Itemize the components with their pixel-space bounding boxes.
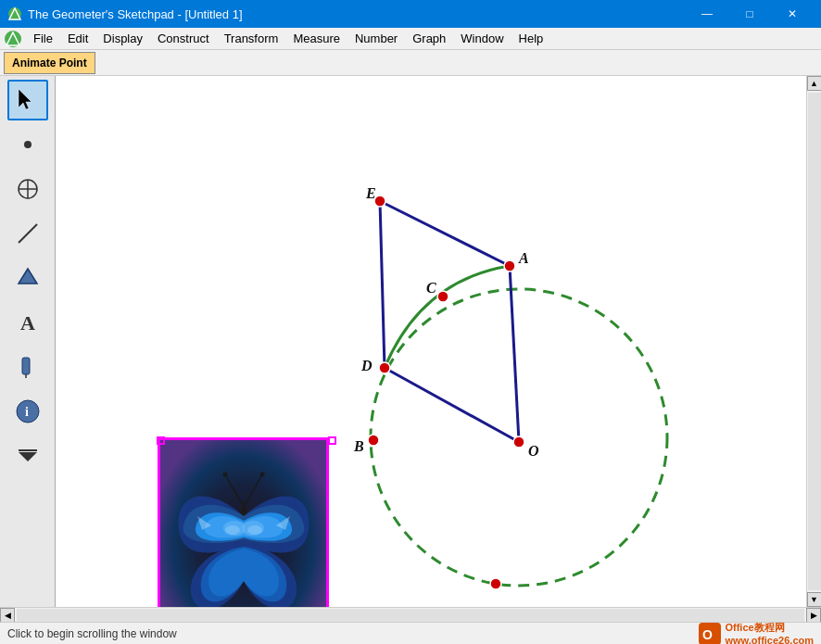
info-tool[interactable]: i bbox=[7, 391, 48, 432]
maximize-button[interactable]: □ bbox=[728, 0, 771, 28]
office-name: Office教程网 bbox=[725, 622, 784, 633]
status-message: Click to begin scrolling the window bbox=[7, 627, 177, 640]
menu-measure[interactable]: Measure bbox=[285, 29, 347, 49]
label-a: A bbox=[518, 250, 529, 266]
menu-graph[interactable]: Graph bbox=[405, 29, 453, 49]
main-area: A i bbox=[0, 76, 821, 607]
office-url: www.office26.com bbox=[725, 635, 814, 644]
point-e[interactable] bbox=[374, 196, 385, 207]
line-ao bbox=[510, 266, 519, 442]
marker-tool[interactable] bbox=[7, 347, 48, 387]
horizontal-scroll-track[interactable] bbox=[17, 609, 804, 622]
scroll-thumb[interactable] bbox=[808, 93, 821, 590]
svg-marker-4 bbox=[19, 89, 32, 109]
menu-file[interactable]: File bbox=[26, 29, 60, 49]
sketch-canvas[interactable]: E A C D B O bbox=[56, 76, 806, 607]
point-a[interactable] bbox=[504, 260, 515, 271]
point-b[interactable] bbox=[368, 435, 379, 446]
svg-point-5 bbox=[24, 141, 32, 148]
select-tool[interactable] bbox=[7, 80, 48, 120]
line-tool[interactable] bbox=[7, 213, 48, 254]
label-e: E bbox=[365, 185, 376, 201]
menu-display[interactable]: Display bbox=[95, 29, 150, 49]
scroll-down-button[interactable]: ▼ bbox=[807, 592, 822, 607]
right-scrollbar: ▲ ▼ bbox=[806, 76, 821, 607]
line-do bbox=[385, 368, 519, 442]
menu-number[interactable]: Number bbox=[347, 29, 405, 49]
svg-text:A: A bbox=[20, 311, 35, 335]
label-c: C bbox=[426, 280, 436, 296]
close-button[interactable]: ✕ bbox=[771, 0, 814, 28]
svg-text:i: i bbox=[25, 405, 29, 419]
menu-logo bbox=[4, 30, 22, 48]
point-c[interactable] bbox=[437, 291, 448, 302]
menu-window[interactable]: Window bbox=[453, 29, 511, 49]
menu-construct[interactable]: Construct bbox=[150, 29, 217, 49]
text-tool[interactable]: A bbox=[7, 302, 48, 343]
animate-point-button[interactable]: Animate Point bbox=[4, 52, 95, 74]
title-text: The Geometer's Sketchpad - [Untitled 1] bbox=[28, 7, 243, 21]
menu-bar: File Edit Display Construct Transform Me… bbox=[0, 28, 821, 50]
handle-tl[interactable] bbox=[158, 437, 164, 444]
window-controls: — □ ✕ bbox=[686, 0, 814, 28]
line-ea bbox=[380, 201, 510, 266]
label-o: O bbox=[528, 443, 539, 459]
scroll-left-button[interactable]: ◀ bbox=[0, 608, 15, 623]
line-ed bbox=[380, 201, 385, 368]
svg-text:O: O bbox=[702, 627, 713, 642]
canvas-area[interactable]: E A C D B O bbox=[56, 76, 806, 607]
menu-help[interactable]: Help bbox=[512, 29, 551, 49]
svg-rect-12 bbox=[22, 358, 30, 374]
polygon-tool[interactable] bbox=[7, 258, 48, 298]
point-tool[interactable] bbox=[7, 124, 48, 165]
arc-dca bbox=[385, 266, 510, 368]
point-d[interactable] bbox=[379, 362, 390, 373]
title-left: The Geometer's Sketchpad - [Untitled 1] bbox=[7, 6, 243, 21]
app-icon bbox=[7, 6, 22, 21]
label-d: D bbox=[360, 358, 373, 373]
status-bar: Click to begin scrolling the window O Of… bbox=[0, 622, 821, 644]
toolbox: A i bbox=[0, 76, 56, 607]
point-o[interactable] bbox=[513, 436, 524, 448]
point-bottom[interactable] bbox=[490, 578, 501, 589]
svg-marker-10 bbox=[19, 269, 37, 284]
office-icon: O bbox=[699, 623, 721, 645]
scroll-up-button[interactable]: ▲ bbox=[807, 76, 822, 91]
minimize-button[interactable]: — bbox=[686, 0, 728, 28]
menu-edit[interactable]: Edit bbox=[60, 29, 95, 49]
menu-transform[interactable]: Transform bbox=[217, 29, 286, 49]
app-area: Animate Point bbox=[0, 50, 821, 644]
handle-tr[interactable] bbox=[329, 437, 335, 444]
title-bar: The Geometer's Sketchpad - [Untitled 1] … bbox=[0, 0, 821, 28]
bottom-scrollbar: ◀ ▶ bbox=[0, 607, 821, 622]
compass-tool[interactable] bbox=[7, 169, 48, 209]
svg-line-9 bbox=[19, 224, 37, 243]
more-tool[interactable] bbox=[7, 436, 48, 476]
label-b: B bbox=[353, 438, 364, 454]
svg-marker-16 bbox=[19, 452, 37, 461]
office-badge: O Office教程网 www.office26.com bbox=[699, 621, 814, 644]
office-text: Office教程网 www.office26.com bbox=[725, 621, 814, 644]
toolbar-row: Animate Point bbox=[0, 50, 821, 76]
